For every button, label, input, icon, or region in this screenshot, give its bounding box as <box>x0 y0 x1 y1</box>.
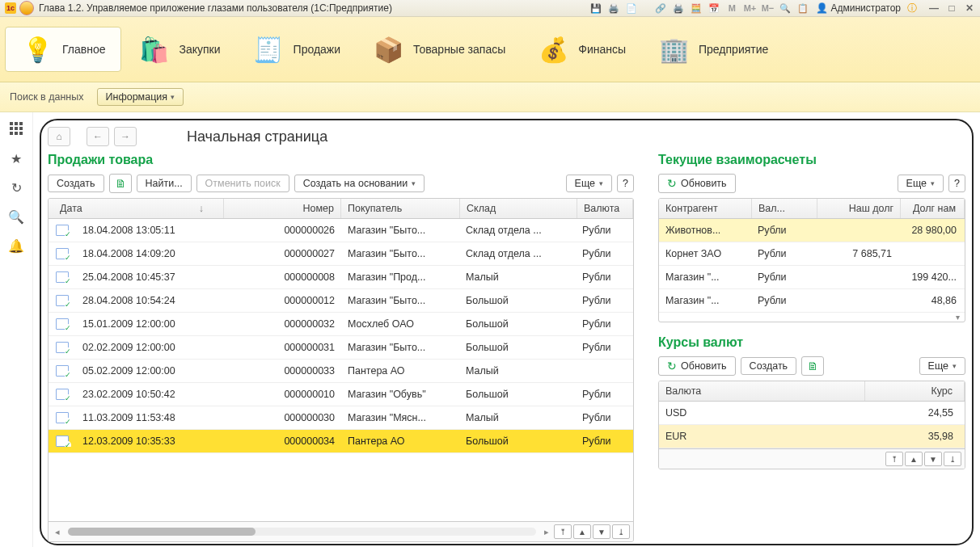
cell-date: 11.03.2009 11:53:48 <box>76 412 225 423</box>
search-link[interactable]: Поиск в данных <box>10 91 84 103</box>
table-row[interactable]: 28.04.2008 10:54:24000000012Магазин "Быт… <box>49 289 633 313</box>
nav-item-sales[interactable]: 🧾Продажи <box>237 27 355 71</box>
calc-icon[interactable]: 🧮 <box>690 2 703 15</box>
nav-item-stock[interactable]: 📦Товарные запасы <box>357 27 520 71</box>
create-button[interactable]: Создать <box>48 175 104 192</box>
first-page[interactable]: ⤒ <box>885 452 903 466</box>
search-icon[interactable]: 🔍 <box>9 209 23 224</box>
col-currency[interactable]: Вал... <box>752 199 817 218</box>
col-owe[interactable]: Наш долг <box>817 199 901 218</box>
col-currency[interactable]: Валюта <box>659 381 865 401</box>
print-icon[interactable]: 🖨️ <box>607 2 620 15</box>
table-row[interactable]: 23.02.2009 10:50:42000000010Магазин "Обу… <box>49 383 633 406</box>
table-row[interactable]: 12.03.2009 10:35:33000000034Пантера АОБо… <box>49 430 633 453</box>
first-page[interactable]: ⤒ <box>554 524 572 539</box>
app-menu-dropdown[interactable] <box>19 1 34 15</box>
link-icon[interactable]: 🔗 <box>654 2 667 15</box>
table-row[interactable]: 05.02.2009 12:00:00000000033Пантера АОМа… <box>49 360 633 383</box>
maximize-button[interactable]: □ <box>946 2 957 14</box>
apps-icon[interactable] <box>9 122 23 137</box>
more-button[interactable]: Еще ▾ <box>566 175 612 192</box>
last-page[interactable]: ⤓ <box>944 452 961 466</box>
table-row[interactable]: Корнет ЗАОРубли7 685,71 <box>659 242 965 266</box>
history-icon[interactable]: ↻ <box>9 180 23 195</box>
label: Обновить <box>681 360 727 372</box>
forward-button[interactable]: → <box>114 127 137 146</box>
memory-mminus[interactable]: M− <box>761 2 774 15</box>
row-posted-icon <box>49 365 76 377</box>
table-row[interactable]: 11.03.2009 11:53:48000000030Магазин "Мяс… <box>49 406 633 430</box>
col-date[interactable]: Дата↓ <box>49 199 224 218</box>
cell-warehouse: Малый <box>459 412 576 423</box>
col-rate[interactable]: Курс <box>865 381 965 401</box>
next-page[interactable]: ▼ <box>924 452 942 466</box>
cell-number: 000000030 <box>225 412 341 423</box>
table-row[interactable]: 25.04.2008 10:45:37000000008Магазин "Про… <box>49 266 633 289</box>
table-row[interactable]: 18.04.2008 13:05:11000000026Магазин "Быт… <box>49 219 633 242</box>
home-button[interactable]: ⌂ <box>48 127 70 146</box>
nav-item-main[interactable]: 💡Главное <box>5 27 121 72</box>
info-icon[interactable]: ⓘ <box>907 2 917 15</box>
last-page[interactable]: ⤓ <box>612 524 630 539</box>
memory-mplus[interactable]: M+ <box>743 2 756 15</box>
hscroll-thumb[interactable] <box>68 528 256 536</box>
current-user[interactable]: 👤 Администратор <box>816 2 901 14</box>
nav-item-company[interactable]: 🏢Предприятие <box>642 27 783 71</box>
table-row[interactable]: 18.04.2008 14:09:20000000027Магазин "Быт… <box>49 242 633 266</box>
notifications-icon[interactable]: 🔔 <box>9 238 23 253</box>
zoom-icon[interactable]: 🔍 <box>779 2 792 15</box>
create-based-button[interactable]: Создать на основании ▾ <box>294 175 425 192</box>
scroll-left[interactable]: ◂ <box>52 527 63 537</box>
copy-button[interactable]: 🗎 <box>801 356 824 376</box>
more-button[interactable]: Еще ▾ <box>898 175 944 192</box>
nav-label: Финансы <box>578 43 626 56</box>
copy-button[interactable]: 🗎 <box>109 174 132 193</box>
nav-item-finance[interactable]: 💰Финансы <box>522 27 640 71</box>
cancel-find-button[interactable]: Отменить поиск <box>196 175 289 192</box>
label: Создать на основании <box>303 178 408 189</box>
minimize-button[interactable]: — <box>928 2 940 14</box>
col-partner[interactable]: Контрагент <box>659 199 752 218</box>
cell-buyer: Магазин "Быто... <box>341 225 459 236</box>
doc-icon[interactable]: 📄 <box>625 2 638 15</box>
nav-item-purchases[interactable]: 🛍️Закупки <box>123 27 235 71</box>
cell-warehouse: Склад отдела ... <box>459 225 576 236</box>
help-button[interactable]: ? <box>617 175 634 192</box>
memory-m[interactable]: M <box>725 2 738 15</box>
table-row[interactable]: Магазин "...Рубли199 420... <box>659 266 965 289</box>
col-buyer[interactable]: Покупатель <box>341 199 460 218</box>
col-owed[interactable]: Долг нам <box>901 199 965 218</box>
col-warehouse[interactable]: Склад <box>460 199 577 218</box>
close-button[interactable]: ✕ <box>964 2 975 14</box>
col-number[interactable]: Номер <box>224 199 341 218</box>
scroll-right[interactable]: ▸ <box>541 527 552 537</box>
table-row[interactable]: EUR35,98 <box>659 425 965 448</box>
create-button[interactable]: Создать <box>741 357 797 375</box>
find-button[interactable]: Найти... <box>137 175 192 192</box>
table-row[interactable]: 15.01.2009 12:00:00000000032Мосхлеб ОАОБ… <box>49 313 633 336</box>
prev-page[interactable]: ▲ <box>905 452 923 466</box>
table-row[interactable]: Животнов...Рубли28 980,00 <box>659 219 965 242</box>
info-dropdown[interactable]: Информация▾ <box>97 88 184 106</box>
table-row[interactable]: Магазин "...Рубли48,86 <box>659 289 965 313</box>
col-currency[interactable]: Валюта <box>577 199 633 218</box>
favorites-icon[interactable]: ★ <box>9 151 23 166</box>
help-button[interactable]: ? <box>948 175 965 192</box>
cell-currency: Рубли <box>576 318 633 330</box>
more-rows-indicator: ▾ <box>659 313 965 322</box>
prev-page[interactable]: ▲ <box>573 524 591 539</box>
cell-date: 05.02.2009 12:00:00 <box>76 365 225 377</box>
clipboard-icon[interactable]: 📋 <box>796 2 809 15</box>
calendar-icon[interactable]: 📅 <box>708 2 720 15</box>
refresh-button[interactable]: ↻ Обновить <box>658 356 736 376</box>
next-page[interactable]: ▼ <box>593 524 610 539</box>
hscroll-track[interactable] <box>68 528 536 536</box>
refresh-button[interactable]: ↻ Обновить <box>658 174 736 193</box>
table-row[interactable]: 02.02.2009 12:00:00000000031Магазин "Быт… <box>49 336 633 360</box>
back-button[interactable]: ← <box>87 127 109 146</box>
table-row[interactable]: USD24,55 <box>659 402 965 425</box>
more-button[interactable]: Еще ▾ <box>919 357 965 375</box>
cell-date: 18.04.2008 13:05:11 <box>76 225 225 236</box>
save-icon[interactable]: 💾 <box>589 2 602 15</box>
print2-icon[interactable]: 🖨️ <box>672 2 685 15</box>
